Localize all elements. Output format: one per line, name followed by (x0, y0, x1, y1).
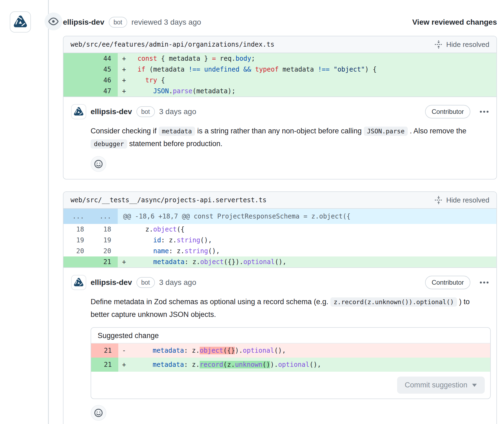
hunk-header-text: @@ -18,6 +18,7 @@ const ProjectResponseS… (118, 209, 496, 224)
chevron-down-icon (472, 383, 477, 387)
comment-timestamp[interactable]: 3 days ago (159, 107, 196, 116)
bot-badge: bot (136, 277, 155, 288)
line-number: 21 (91, 256, 118, 267)
comment-author[interactable]: ellipsis-dev (91, 107, 132, 116)
comment-avatar[interactable] (71, 104, 86, 119)
diff-add-row: 47+ JSON.parse(metadata); (63, 86, 496, 97)
hide-resolved-label: Hide resolved (446, 196, 489, 204)
line-number: 45 (91, 64, 118, 75)
line-number (63, 256, 91, 267)
diff-marker: + (118, 256, 130, 267)
code-line: + const { metadata } = req.body; (118, 53, 496, 64)
reviewer-name[interactable]: ellipsis-dev (63, 18, 104, 27)
diff-block: ......@@ -18,6 +18,7 @@ const ProjectRes… (63, 209, 496, 267)
eye-icon (44, 12, 62, 30)
inline-code: z.record(z.unknown()).optional() (330, 297, 457, 307)
view-reviewed-changes-link[interactable]: View reviewed changes (412, 18, 497, 27)
smiley-icon (94, 408, 103, 417)
file-path-link[interactable]: web/src/ee/features/admin-api/organizati… (71, 41, 274, 48)
diff-marker: + (118, 53, 130, 64)
fold-icon (434, 196, 443, 204)
review-header: ellipsis-dev bot reviewed 3 days ago Vie… (63, 16, 497, 29)
diff-marker: + (118, 358, 129, 372)
kebab-horizontal-icon (480, 278, 489, 287)
add-reaction-button[interactable] (91, 405, 106, 421)
code-line: + try { (118, 75, 496, 86)
suggestion-add-row: 21+ metadata: z.record(z.unknown()).opti… (91, 358, 490, 372)
line-number: ... (63, 209, 91, 224)
contributor-badge: Contributor (425, 276, 470, 289)
kebab-horizontal-icon (480, 107, 489, 116)
review-thread-card-1: web/src/ee/features/admin-api/organizati… (63, 36, 497, 179)
timeline-line (48, 0, 49, 424)
hide-resolved-button[interactable]: Hide resolved (434, 40, 489, 49)
line-number: ... (91, 209, 118, 224)
bot-badge: bot (109, 17, 127, 28)
line-number: 46 (91, 75, 118, 86)
diff-block: 44+ const { metadata } = req.body;45+ if… (63, 53, 496, 97)
review-comment: ellipsis-dev bot 3 days ago Contributor … (63, 267, 496, 424)
line-number (63, 53, 91, 64)
diff-context-row: 1818 z.object({ (63, 224, 496, 235)
kebab-menu-button[interactable] (480, 107, 489, 116)
line-number: 47 (91, 86, 118, 97)
commit-suggestion-button[interactable]: Commit suggestion (397, 377, 485, 394)
code-line: z.object({ (118, 224, 496, 235)
contributor-badge: Contributor (425, 105, 470, 118)
reviewer-avatar[interactable] (10, 11, 31, 33)
line-number: 21 (91, 358, 118, 372)
code-line: + metadata: z.record(z.unknown()).option… (118, 358, 490, 372)
code-line: id: z.string(), (118, 235, 496, 246)
ellipsis-logo-icon (73, 277, 84, 288)
suggestion-del-row: 21- metadata: z.object({}).optional(), (91, 343, 490, 358)
line-number: 20 (91, 246, 118, 256)
review-comment: ellipsis-dev bot 3 days ago Contributor … (63, 97, 496, 179)
add-reaction-button[interactable] (91, 156, 106, 172)
line-number: 21 (91, 343, 118, 358)
kebab-menu-button[interactable] (480, 278, 489, 287)
line-number: 19 (63, 235, 91, 246)
hide-resolved-button[interactable]: Hide resolved (434, 196, 489, 204)
diff-marker: + (118, 75, 130, 86)
line-number (63, 64, 91, 75)
ellipsis-logo-icon (13, 14, 28, 30)
diff-marker: + (118, 64, 130, 75)
comment-author[interactable]: ellipsis-dev (91, 278, 132, 287)
line-number: 44 (91, 53, 118, 64)
file-path-link[interactable]: web/src/__tests__/async/projects-api.ser… (71, 196, 266, 204)
diff-marker: - (118, 343, 129, 358)
suggested-change-block: Suggested change 21- metadata: z.object(… (91, 327, 491, 399)
comment-timestamp[interactable]: 3 days ago (159, 278, 196, 287)
inline-code: JSON.parse (364, 127, 408, 136)
line-number (63, 86, 91, 97)
comment-body: Consider checking if metadata is a strin… (91, 125, 497, 150)
line-number (63, 75, 91, 86)
file-header: web/src/__tests__/async/projects-api.ser… (63, 192, 496, 209)
diff-add-row: 46+ try { (63, 75, 496, 86)
review-action-text: reviewed 3 days ago (132, 18, 201, 27)
file-header: web/src/ee/features/admin-api/organizati… (63, 36, 496, 53)
line-number: 18 (91, 224, 118, 235)
suggestion-footer: Commit suggestion (91, 372, 490, 399)
code-line: - metadata: z.object({}).optional(), (118, 343, 490, 358)
code-line: + metadata: z.object({}).optional(), (118, 256, 496, 267)
comment-body: Define metadata in Zod schemas as option… (91, 295, 497, 321)
inline-code: debugger (91, 139, 127, 149)
comment-avatar[interactable] (71, 275, 86, 290)
ellipsis-logo-icon (73, 106, 84, 117)
suggested-change-title: Suggested change (91, 328, 490, 343)
hide-resolved-label: Hide resolved (446, 40, 489, 49)
diff-marker: + (118, 86, 130, 97)
diff-context-row: 2020 name: z.string(), (63, 246, 496, 256)
comment-header: ellipsis-dev bot 3 days ago Contributor (71, 104, 489, 119)
diff-add-row: 45+ if (metadata !== undefined && typeof… (63, 64, 496, 75)
code-line: + JSON.parse(metadata); (118, 86, 496, 97)
line-number: 18 (63, 224, 91, 235)
comment-header: ellipsis-dev bot 3 days ago Contributor (71, 275, 489, 290)
code-line: name: z.string(), (118, 246, 496, 256)
suggestion-diff: 21- metadata: z.object({}).optional(),21… (91, 343, 490, 372)
hunk-row: ......@@ -18,6 +18,7 @@ const ProjectRes… (63, 209, 496, 224)
inline-code: metadata (159, 127, 195, 136)
commit-suggestion-label: Commit suggestion (405, 381, 467, 389)
diff-add-row: 44+ const { metadata } = req.body; (63, 53, 496, 64)
